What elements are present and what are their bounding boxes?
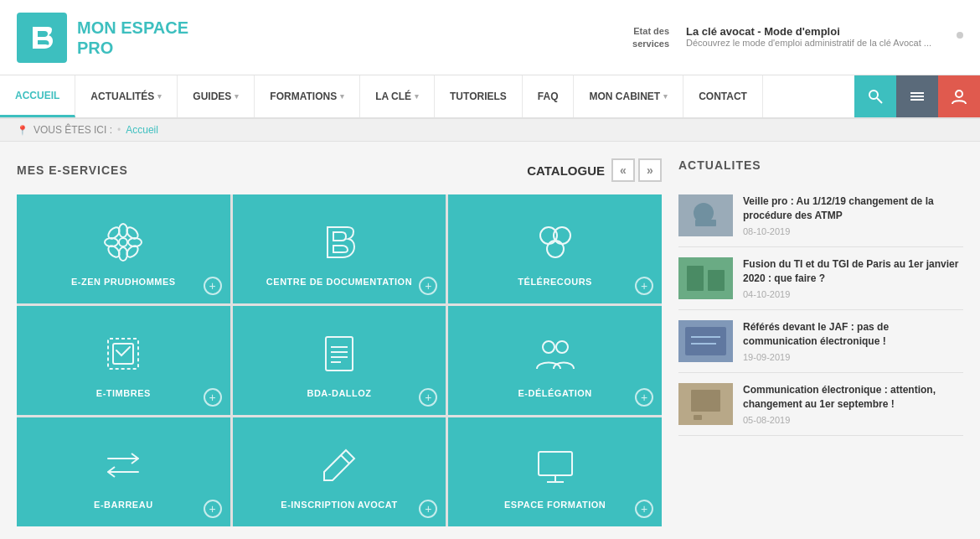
svg-line-27 (341, 455, 349, 464)
logo-icon[interactable] (17, 13, 67, 63)
news-item-4[interactable]: Communication électronique : attention, … (678, 373, 963, 436)
service-tile-espace-formation[interactable]: ESPACE FORMATION + (448, 417, 662, 526)
svg-line-1 (877, 98, 882, 103)
news-date-1: 08-10-2019 (743, 226, 963, 236)
catalogue-prev-button[interactable]: « (611, 158, 635, 182)
arrows-icon (101, 443, 145, 493)
svg-point-0 (869, 91, 878, 99)
service-name-espace-formation: ESPACE FORMATION (504, 500, 606, 510)
chevron-down-icon: ▾ (235, 92, 239, 101)
nav-item-formations[interactable]: FORMATIONS ▾ (255, 75, 360, 117)
services-grid: E-ZEN PRUDHOMMES + CENTRE DE DOCUMENTATI… (17, 194, 662, 526)
add-icon-e-delegation[interactable]: + (635, 388, 653, 407)
nav-item-la-cle[interactable]: LA CLÉ ▾ (360, 75, 435, 117)
news-title-3: Référés devant le JAF : pas de communica… (743, 320, 963, 349)
add-icon-e-timbres[interactable]: + (204, 388, 222, 407)
service-tile-e-barreau[interactable]: E-BARREAU + (17, 417, 230, 526)
logo-area: MON ESPACE PRO (17, 13, 201, 63)
etat-services: Etat des services (632, 25, 669, 49)
news-preview[interactable]: La clé avocat - Mode d'emploi Découvrez … (686, 25, 931, 48)
news-title-4: Communication électronique : attention, … (743, 383, 963, 412)
logo-text: MON ESPACE PRO (77, 18, 188, 58)
service-tile-e-inscription[interactable]: E-INSCRIPTION AVOCAT + (233, 417, 446, 526)
service-name-e-timbres: E-TIMBRES (96, 388, 151, 398)
service-name-e-barreau: E-BARREAU (94, 500, 153, 510)
svg-rect-38 (685, 327, 726, 355)
news-body-4: Communication électronique : attention, … (743, 383, 963, 425)
svg-rect-33 (695, 220, 716, 226)
actualites-title: ACTUALITES (678, 158, 963, 172)
nav-item-actualites[interactable]: ACTUALITÉS ▾ (75, 75, 178, 117)
news-title-2: Fusion du TI et du TGI de Paris au 1er j… (743, 257, 963, 286)
add-icon-e-barreau[interactable]: + (204, 500, 222, 518)
news-item-1[interactable]: Veille pro : Au 1/12/19 changement de la… (678, 184, 963, 247)
svg-rect-34 (678, 257, 733, 299)
screen-icon (534, 443, 577, 493)
chevron-down-icon: ▾ (663, 92, 668, 101)
nav-item-faq[interactable]: FAQ (523, 75, 575, 117)
svg-point-17 (547, 241, 564, 257)
header-right: Etat des services La clé avocat - Mode d… (632, 25, 963, 49)
chevron-down-icon: ▾ (157, 92, 162, 101)
service-name-e-delegation: E-DÉLÉGATION (518, 388, 592, 398)
add-icon-bda-dalloz[interactable]: + (419, 388, 437, 407)
service-tile-telerecours[interactable]: TÉLÉRECOURS + (448, 194, 662, 303)
left-panel: MES E-SERVICES CATALOGUE « » (17, 158, 662, 526)
services-section-title: MES E-SERVICES (17, 163, 128, 177)
news-preview-title: La clé avocat - Mode d'emploi (686, 25, 931, 38)
catalogue-area: CATALOGUE « » (527, 158, 662, 182)
people-icon (534, 332, 577, 381)
nav-item-tutoriels[interactable]: TUTORIELS (435, 75, 523, 117)
svg-rect-42 (691, 390, 720, 412)
nav-item-contact[interactable]: CONTACT (683, 75, 763, 117)
news-item-2[interactable]: Fusion du TI et du TGI de Paris au 1er j… (678, 247, 963, 310)
news-date-2: 04-10-2019 (743, 289, 963, 299)
add-icon-e-zen[interactable]: + (204, 277, 222, 295)
svg-rect-36 (708, 270, 725, 291)
flower-icon (101, 220, 145, 270)
service-tile-bda-dalloz[interactable]: BDA-DALLOZ + (233, 306, 446, 415)
document-icon (317, 332, 361, 381)
svg-rect-20 (326, 337, 353, 371)
add-icon-e-inscription[interactable]: + (419, 500, 437, 518)
search-button[interactable] (854, 75, 896, 117)
breadcrumb: 📍 VOUS ÊTES ICI : • Accueil (0, 119, 980, 142)
catalogue-nav: « » (611, 158, 662, 182)
breadcrumb-home-link[interactable]: Accueil (126, 124, 158, 136)
nav-item-accueil[interactable]: ACCUEIL (0, 75, 75, 117)
service-tile-centre-doc[interactable]: CENTRE DE DOCUMENTATION + (233, 194, 446, 303)
svg-rect-28 (539, 452, 572, 475)
add-icon-centre-doc[interactable]: + (419, 277, 437, 295)
svg-point-5 (956, 91, 962, 97)
catalogue-label: CATALOGUE (527, 163, 605, 178)
news-date-4: 05-08-2019 (743, 415, 963, 425)
news-body-1: Veille pro : Au 1/12/19 changement de la… (743, 194, 963, 236)
main-content: MES E-SERVICES CATALOGUE « » (0, 142, 980, 539)
news-date-3: 19-09-2019 (743, 352, 963, 362)
nav-items: ACCUEIL ACTUALITÉS ▾ GUIDES ▾ FORMATIONS… (0, 75, 854, 117)
news-title-1: Veille pro : Au 1/12/19 changement de la… (743, 194, 963, 223)
svg-point-25 (543, 341, 554, 353)
nav-icons (854, 75, 980, 117)
add-icon-espace-formation[interactable]: + (635, 500, 653, 518)
service-tile-e-timbres[interactable]: E-TIMBRES + (17, 306, 230, 415)
circles-icon (534, 220, 577, 270)
nav-item-mon-cabinet[interactable]: MON CABINET ▾ (574, 75, 683, 117)
service-name-e-inscription: E-INSCRIPTION AVOCAT (281, 500, 397, 510)
news-list: Veille pro : Au 1/12/19 changement de la… (678, 184, 963, 436)
service-tile-e-delegation[interactable]: E-DÉLÉGATION + (448, 306, 662, 415)
minus-button[interactable] (896, 75, 938, 117)
user-button[interactable] (938, 75, 980, 117)
news-item-3[interactable]: Référés devant le JAF : pas de communica… (678, 310, 963, 373)
service-name-telerecours: TÉLÉRECOURS (518, 277, 592, 287)
breadcrumb-separator: • (117, 124, 121, 136)
nav-item-guides[interactable]: GUIDES ▾ (178, 75, 255, 117)
svg-point-26 (556, 341, 568, 353)
svg-rect-43 (694, 415, 702, 420)
catalogue-next-button[interactable]: » (638, 158, 662, 182)
service-name-bda-dalloz: BDA-DALLOZ (307, 388, 371, 398)
add-icon-telerecours[interactable]: + (635, 277, 653, 295)
service-tile-e-zen[interactable]: E-ZEN PRUDHOMMES + (17, 194, 230, 303)
main-nav: ACCUEIL ACTUALITÉS ▾ GUIDES ▾ FORMATIONS… (0, 75, 980, 119)
site-header: MON ESPACE PRO Etat des services La clé … (0, 0, 980, 75)
